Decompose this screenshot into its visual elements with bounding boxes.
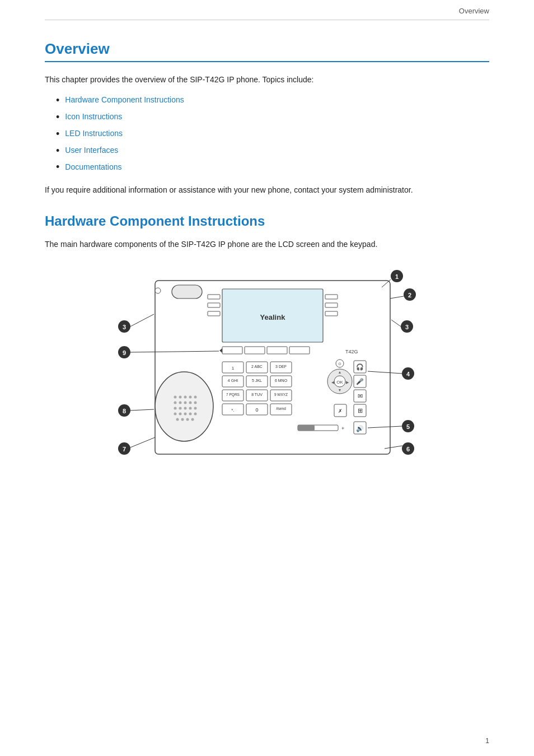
svg-rect-66 xyxy=(298,425,315,431)
svg-rect-5 xyxy=(208,311,220,316)
svg-text:9 WXYZ: 9 WXYZ xyxy=(274,393,288,396)
outro-text: If you require additional information or… xyxy=(45,184,489,196)
svg-text:▲: ▲ xyxy=(338,370,342,374)
svg-point-35 xyxy=(194,413,197,416)
svg-text:1: 1 xyxy=(232,366,235,371)
svg-point-89 xyxy=(155,288,161,293)
svg-point-21 xyxy=(174,402,177,404)
phone-diagram-svg: Yealink T42G xyxy=(93,264,441,488)
svg-point-18 xyxy=(184,396,187,399)
svg-text:2 ABC: 2 ABC xyxy=(251,365,263,368)
svg-point-30 xyxy=(194,407,197,410)
phone-diagram-wrapper: Yealink T42G xyxy=(45,264,489,488)
svg-point-37 xyxy=(181,418,184,421)
toc-item-docs[interactable]: Documentations xyxy=(56,161,489,174)
toc-link-led[interactable]: LED Instructions xyxy=(65,127,123,141)
toc-item-icon[interactable]: Icon Instructions xyxy=(56,110,489,124)
svg-text:0: 0 xyxy=(255,407,258,413)
svg-point-20 xyxy=(194,396,197,399)
svg-line-98 xyxy=(130,314,154,326)
toc-item-led[interactable]: LED Instructions xyxy=(56,127,489,141)
svg-point-39 xyxy=(191,418,194,421)
svg-text:OK: OK xyxy=(336,380,343,385)
svg-text:✗: ✗ xyxy=(338,408,343,414)
svg-point-38 xyxy=(186,418,189,421)
svg-point-16 xyxy=(174,396,177,399)
header-bar: Overview xyxy=(45,0,489,20)
svg-text:#send: #send xyxy=(276,407,286,410)
svg-point-28 xyxy=(184,407,187,410)
svg-point-24 xyxy=(189,402,192,404)
svg-point-19 xyxy=(189,396,192,399)
svg-text:🎤: 🎤 xyxy=(356,377,364,385)
svg-rect-12 xyxy=(289,347,310,354)
toc-link-hardware[interactable]: Hardware Component Instructions xyxy=(65,94,184,107)
svg-text:Yealink: Yealink xyxy=(260,313,286,321)
svg-text:▼: ▼ xyxy=(338,388,342,392)
svg-text:7 PQRS: 7 PQRS xyxy=(226,393,240,397)
svg-text:5: 5 xyxy=(406,423,410,430)
svg-text:🔊: 🔊 xyxy=(356,424,364,432)
svg-point-17 xyxy=(179,396,182,399)
svg-rect-3 xyxy=(208,295,220,299)
svg-point-33 xyxy=(184,413,187,416)
svg-text:6 MNO: 6 MNO xyxy=(275,379,288,382)
svg-text:9: 9 xyxy=(123,349,126,356)
svg-text:2: 2 xyxy=(408,292,411,298)
svg-line-95 xyxy=(390,296,404,298)
svg-text:8 TUV: 8 TUV xyxy=(251,393,263,396)
svg-text:3: 3 xyxy=(405,324,409,330)
svg-text:3: 3 xyxy=(123,324,126,330)
svg-text:T42G: T42G xyxy=(345,349,358,354)
svg-rect-4 xyxy=(208,303,220,307)
svg-text:1: 1 xyxy=(395,273,399,280)
svg-text:✉: ✉ xyxy=(358,393,363,399)
svg-line-101 xyxy=(391,320,401,326)
toc-link-ui[interactable]: User Interfaces xyxy=(65,144,118,157)
svg-text:4 GHI: 4 GHI xyxy=(228,379,238,382)
svg-rect-11 xyxy=(267,347,287,354)
svg-point-34 xyxy=(189,413,192,416)
hw-section-title: Hardware Component Instructions xyxy=(45,213,489,229)
svg-text:6: 6 xyxy=(406,446,410,452)
page-number: 1 xyxy=(485,737,489,745)
svg-rect-7 xyxy=(325,303,338,307)
svg-line-116 xyxy=(130,409,154,410)
toc-item-ui[interactable]: User Interfaces xyxy=(56,144,489,157)
toc-list: Hardware Component Instructions Icon Ins… xyxy=(56,94,489,174)
svg-text:7: 7 xyxy=(123,446,126,452)
svg-point-32 xyxy=(179,413,182,416)
svg-text:4: 4 xyxy=(406,371,410,377)
svg-point-27 xyxy=(179,407,182,410)
svg-text:⊙: ⊙ xyxy=(338,362,341,366)
svg-text:⊞: ⊞ xyxy=(358,407,363,414)
svg-line-113 xyxy=(130,437,155,447)
svg-text:*.: *. xyxy=(231,408,234,413)
svg-point-36 xyxy=(176,418,179,421)
svg-point-22 xyxy=(179,402,182,404)
svg-text:3 DEF: 3 DEF xyxy=(275,365,287,368)
toc-link-docs[interactable]: Documentations xyxy=(65,161,121,174)
page-container: Overview Overview This chapter provides … xyxy=(0,0,534,756)
svg-text:🎧: 🎧 xyxy=(356,363,364,371)
overview-title: Overview xyxy=(45,40,489,58)
title-divider xyxy=(45,61,489,62)
svg-rect-8 xyxy=(325,311,338,316)
svg-text:5 JKL: 5 JKL xyxy=(252,379,262,382)
svg-point-29 xyxy=(189,407,192,410)
svg-point-31 xyxy=(174,413,177,416)
svg-point-15 xyxy=(155,372,213,441)
svg-point-25 xyxy=(194,402,197,404)
toc-item-hardware[interactable]: Hardware Component Instructions xyxy=(56,94,489,107)
toc-link-icon[interactable]: Icon Instructions xyxy=(65,110,122,124)
hw-description: The main hardware components of the SIP-… xyxy=(45,238,489,250)
svg-rect-6 xyxy=(325,295,338,299)
svg-point-23 xyxy=(184,402,187,404)
svg-text:+: + xyxy=(341,426,344,431)
svg-rect-10 xyxy=(245,347,265,354)
svg-rect-9 xyxy=(222,347,242,354)
intro-text: This chapter provides the overview of th… xyxy=(45,73,489,86)
svg-point-26 xyxy=(174,407,177,410)
header-breadcrumb: Overview xyxy=(459,7,489,15)
svg-text:8: 8 xyxy=(123,408,126,414)
